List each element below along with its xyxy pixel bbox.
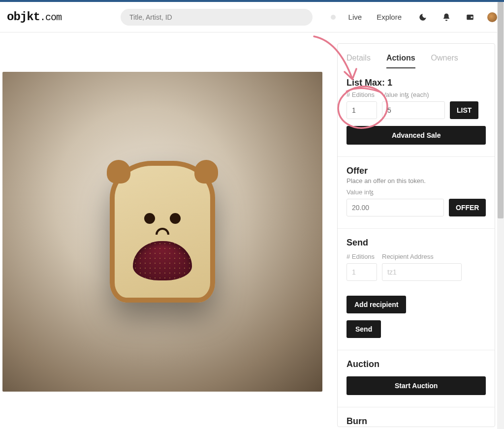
burn-section: Burn	[338, 407, 495, 427]
list-editions-input[interactable]	[346, 101, 377, 119]
user-avatar[interactable]	[487, 12, 497, 22]
scrollbar-thumb[interactable]	[498, 2, 504, 218]
tab-owners[interactable]: Owners	[431, 54, 458, 68]
send-section: Send # Editions Recipient Address Add re…	[338, 229, 495, 350]
search-container	[121, 9, 313, 26]
status-indicator-icon	[331, 15, 336, 20]
offer-button[interactable]: OFFER	[449, 199, 486, 216]
wallet-icon[interactable]	[464, 11, 476, 24]
send-button[interactable]: Send	[346, 320, 381, 338]
burn-title: Burn	[346, 416, 486, 427]
artwork-area	[0, 32, 322, 427]
list-button[interactable]: LIST	[450, 101, 478, 119]
nav-explore[interactable]: Explore	[377, 13, 402, 21]
send-editions-input[interactable]	[346, 263, 377, 281]
send-editions-label: # Editions	[346, 253, 377, 260]
actions-sidebar: Details Actions Owners List Max: 1 # Edi…	[322, 32, 504, 427]
svg-rect-1	[471, 16, 473, 18]
search-input[interactable]	[121, 9, 313, 26]
tab-actions[interactable]: Actions	[386, 54, 415, 68]
recipient-label: Recipient Address	[382, 253, 462, 260]
offer-section: Offer Place an offer on this token. Valu…	[338, 157, 495, 229]
offer-value-label: Value inꜩ	[346, 188, 486, 196]
value-each-label: Value inꜩ (each)	[382, 91, 445, 98]
tab-details[interactable]: Details	[346, 54, 371, 68]
top-header: objkt.com Live Explore	[0, 2, 504, 32]
notifications-icon[interactable]	[440, 11, 453, 24]
logo-suffix: .com	[40, 12, 62, 23]
nav-live[interactable]: Live	[348, 13, 362, 21]
auction-section: Auction Start Auction	[338, 350, 495, 407]
offer-subtitle: Place an offer on this token.	[346, 177, 486, 184]
offer-title: Offer	[346, 166, 486, 176]
tab-row: Details Actions Owners	[338, 44, 495, 69]
recipient-input[interactable]	[382, 263, 462, 281]
list-title: List Max: 1	[346, 78, 486, 88]
editions-label: # Editions	[346, 91, 377, 98]
site-logo[interactable]: objkt.com	[7, 10, 62, 24]
nft-image[interactable]	[2, 72, 322, 392]
add-recipient-button[interactable]: Add recipient	[346, 296, 406, 313]
list-section: List Max: 1 # Editions Value inꜩ (each) …	[338, 69, 495, 157]
list-value-input[interactable]	[382, 101, 445, 119]
start-auction-button[interactable]: Start Auction	[346, 376, 486, 395]
advanced-sale-button[interactable]: Advanced Sale	[346, 126, 486, 145]
auction-title: Auction	[346, 359, 486, 369]
logo-name: objkt	[7, 10, 40, 24]
theme-toggle-icon[interactable]	[416, 11, 429, 24]
offer-value-input[interactable]	[346, 199, 444, 216]
send-title: Send	[346, 238, 486, 248]
